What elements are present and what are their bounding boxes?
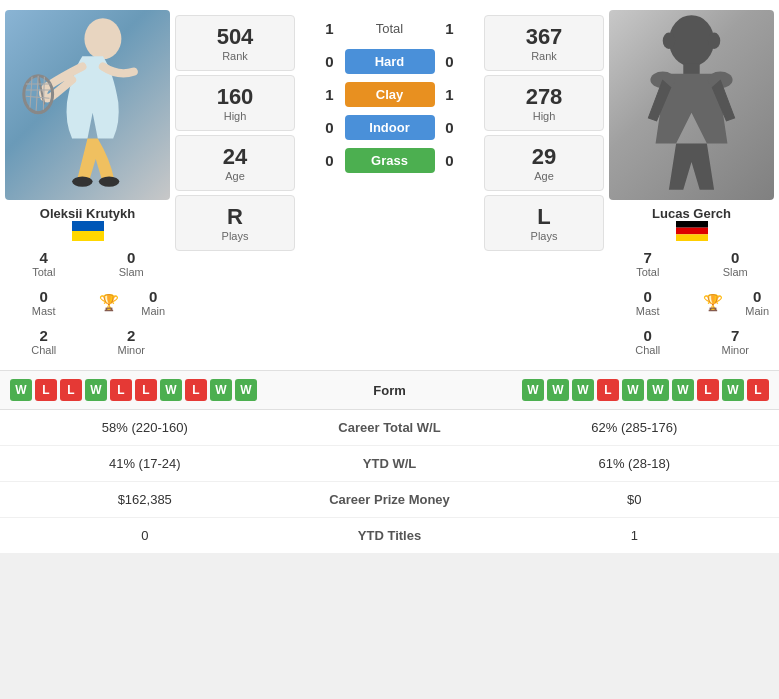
form-label: Form (350, 383, 430, 398)
form-badge: L (185, 379, 207, 401)
left-age-number: 24 (176, 144, 294, 170)
stats-left-val: $162,385 (0, 492, 290, 507)
form-badge: W (10, 379, 32, 401)
form-badge: W (235, 379, 257, 401)
clay-score-right: 1 (435, 86, 465, 103)
grass-button[interactable]: Grass (345, 148, 435, 173)
stat-total-right: 7 Total (604, 245, 692, 282)
clay-button[interactable]: Clay (345, 82, 435, 107)
left-plays-box: R Plays (175, 195, 295, 251)
player-left-silhouette (5, 10, 170, 200)
indoor-button[interactable]: Indoor (345, 115, 435, 140)
indoor-score-right: 0 (435, 119, 465, 136)
form-badge: W (210, 379, 232, 401)
total-score-left: 1 (315, 20, 345, 37)
german-flag (676, 221, 708, 241)
left-age-box: 24 Age (175, 135, 295, 191)
hard-button[interactable]: Hard (345, 49, 435, 74)
left-middle-stats: 504 Rank 160 High 24 Age R Plays (175, 10, 295, 360)
stats-row: 58% (220-160) Career Total W/L 62% (285-… (0, 410, 779, 446)
right-plays-label: Plays (485, 230, 603, 242)
stat-mast-left: 0 Mast (0, 284, 88, 321)
left-rank-number: 504 (176, 24, 294, 50)
trophy-left: 🏆 0 Main (88, 284, 176, 321)
stats-row: 0 YTD Titles 1 (0, 518, 779, 553)
left-high-box: 160 High (175, 75, 295, 131)
left-plays-label: Plays (176, 230, 294, 242)
right-middle-stats: 367 Rank 278 High 29 Age L Plays (484, 10, 604, 360)
form-badge: L (697, 379, 719, 401)
svg-point-14 (663, 33, 675, 49)
stats-row: $162,385 Career Prize Money $0 (0, 482, 779, 518)
right-plays-box: L Plays (484, 195, 604, 251)
right-high-box: 278 High (484, 75, 604, 131)
trophy-left-icon: 🏆 (99, 293, 119, 312)
indoor-row: 0 Indoor 0 (295, 115, 484, 140)
form-badge: W (672, 379, 694, 401)
right-age-label: Age (485, 170, 603, 182)
stats-left-val: 58% (220-160) (0, 420, 290, 435)
stat-total-left: 4 Total (0, 245, 88, 282)
indoor-score-left: 0 (315, 119, 345, 136)
player-left-stats: 4 Total 0 Slam 0 Mast 🏆 0 Main (0, 245, 175, 360)
trophy-right-icon: 🏆 (703, 293, 723, 312)
svg-point-13 (669, 15, 714, 66)
player-right-stats: 7 Total 0 Slam 0 Mast 🏆 0 Main (604, 245, 779, 360)
stat-minor-left: 2 Minor (88, 323, 176, 360)
form-badge: W (572, 379, 594, 401)
hard-score-left: 0 (315, 53, 345, 70)
form-badge: L (110, 379, 132, 401)
left-plays-value: R (176, 204, 294, 230)
hard-row: 0 Hard 0 (295, 49, 484, 74)
right-form-badges: WWWLWWWLWL (430, 379, 770, 401)
svg-line-10 (43, 77, 44, 110)
left-high-number: 160 (176, 84, 294, 110)
svg-point-2 (99, 176, 120, 186)
right-rank-number: 367 (485, 24, 603, 50)
stats-center-label: Career Total W/L (290, 420, 490, 435)
grass-score-left: 0 (315, 152, 345, 169)
svg-point-0 (84, 18, 121, 59)
stat-slam-right: 0 Slam (692, 245, 780, 282)
player-right-photo (609, 10, 774, 200)
grass-row: 0 Grass 0 (295, 148, 484, 173)
svg-line-9 (36, 76, 38, 111)
main-container: Oleksii Krutykh 4 Total 0 Slam 0 Mast (0, 0, 779, 553)
svg-rect-20 (676, 228, 708, 235)
ukraine-flag (72, 221, 104, 241)
player-right-silhouette (609, 10, 774, 200)
player-right-card: Lucas Gerch 7 Total 0 Slam 0 Mast (604, 10, 779, 360)
form-badge: W (722, 379, 744, 401)
stat-chall-right: 0 Chall (604, 323, 692, 360)
right-rank-box: 367 Rank (484, 15, 604, 71)
stats-center-label: Career Prize Money (290, 492, 490, 507)
form-badge: L (747, 379, 769, 401)
left-rank-label: Rank (176, 50, 294, 62)
stats-right-val: 62% (285-176) (490, 420, 780, 435)
stats-right-val: 61% (28-18) (490, 456, 780, 471)
stat-minor-right: 7 Minor (692, 323, 780, 360)
stat-chall-left: 2 Chall (0, 323, 88, 360)
stats-right-val: 1 (490, 528, 780, 543)
form-badge: W (160, 379, 182, 401)
stats-table: 58% (220-160) Career Total W/L 62% (285-… (0, 410, 779, 553)
left-age-label: Age (176, 170, 294, 182)
left-high-label: High (176, 110, 294, 122)
form-badge: L (60, 379, 82, 401)
svg-rect-12 (72, 231, 104, 241)
svg-point-15 (708, 33, 720, 49)
left-form-badges: WLLWLLWLWW (10, 379, 350, 401)
form-badge: W (547, 379, 569, 401)
right-rank-label: Rank (485, 50, 603, 62)
clay-score-left: 1 (315, 86, 345, 103)
right-age-number: 29 (485, 144, 603, 170)
svg-point-1 (72, 176, 93, 186)
stats-center-label: YTD Titles (290, 528, 490, 543)
svg-rect-11 (72, 221, 104, 231)
form-badge: L (35, 379, 57, 401)
player-right-name: Lucas Gerch (652, 206, 731, 221)
center-section: 1 Total 1 0 Hard 0 1 Clay 1 0 Indoor 0 (295, 10, 484, 360)
svg-rect-19 (676, 221, 708, 228)
right-age-box: 29 Age (484, 135, 604, 191)
total-score-right: 1 (435, 20, 465, 37)
